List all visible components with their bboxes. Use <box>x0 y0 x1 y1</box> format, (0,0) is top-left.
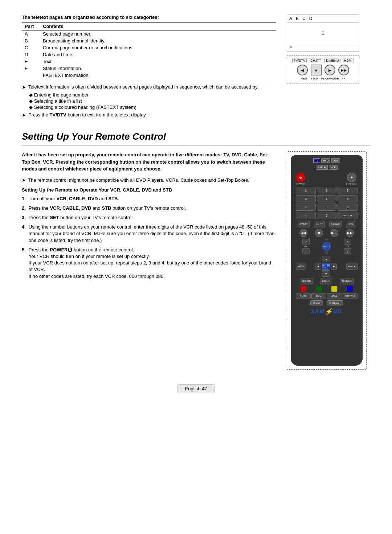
still-btn[interactable]: STILL <box>327 293 342 299</box>
num-prech[interactable]: PRE-CH <box>338 212 358 219</box>
play-pause-btn[interactable]: ▶⏸ <box>330 229 338 237</box>
mute-top-label: ∞∞ <box>325 239 328 241</box>
samsung-logo: SAM⚡NG <box>294 308 359 316</box>
teletext-diagram-top: A B C D <box>287 15 359 22</box>
page-footer: English 47 <box>22 384 370 393</box>
part-f: F <box>22 65 40 72</box>
setting-up-title: Setting Up Your Remote Control <box>22 131 370 145</box>
label-play: PLAY/PAUSE <box>321 77 339 80</box>
teletext-note-2: ➤ Press the TV/DTV button to exit from t… <box>22 112 276 118</box>
step-num-3: 3. <box>22 214 26 221</box>
vol-plus[interactable]: + <box>302 239 310 245</box>
page-number-box: English 47 <box>177 384 215 393</box>
teletext-note-1-text: Teletext information is often divided be… <box>28 84 259 90</box>
diagram-label-b: B <box>296 16 299 21</box>
step-num-1: 1. <box>22 196 26 202</box>
return-btn[interactable]: RETURN <box>300 278 313 284</box>
remote-body: TV DVD STB CABLE VCR ⏻ POWER <box>291 155 363 366</box>
num-2[interactable]: 2 <box>317 187 337 194</box>
remote-small-diagram: TV/DTV CH.ITT D.MENU HDMI ◀ ■ ▶ ▶▶ REW S… <box>287 56 359 83</box>
num-6[interactable]: 6 <box>338 195 358 202</box>
remote-chitt-btn: CH.ITT <box>309 58 322 63</box>
exit-btn[interactable]: EXIT ► <box>346 263 358 270</box>
nav-right-btn[interactable]: ► <box>331 263 337 270</box>
remote-square-btn: ■ <box>311 65 322 75</box>
vcr-mode-btn: VCR <box>329 165 338 170</box>
remote-compat-text: The remote control might not be compatib… <box>28 177 249 184</box>
remote-small-labels: REW STOP PLAY/PAUSE FF <box>289 77 357 80</box>
reset-btn[interactable]: ⊙ RESET <box>327 300 343 305</box>
color-red-btn[interactable] <box>301 286 306 292</box>
menu-btn[interactable]: MENU <box>296 263 306 270</box>
hdmi-btn[interactable]: HDMI <box>346 221 355 227</box>
ch-minus[interactable]: ∨ <box>344 248 351 254</box>
num-5[interactable]: 5 <box>317 195 337 202</box>
bottom-section: After it has been set up properly, your … <box>22 151 370 370</box>
part-e: E <box>22 58 40 65</box>
remote-tvdtv-btn: TV/DTV <box>292 58 307 63</box>
dvd-mode-btn: DVD <box>321 158 330 163</box>
table-row: FASTEXT information. <box>22 72 276 79</box>
subtitle-btn[interactable]: SUBTITLE <box>343 293 358 299</box>
content-e: Text. <box>40 58 276 65</box>
num-9[interactable]: 9 <box>338 204 358 211</box>
color-yellow-btn[interactable] <box>331 286 337 292</box>
stop-btn[interactable]: ■ <box>315 229 323 237</box>
power-source-row: ⏻ POWER ◉ SOURCE◄ <box>294 173 359 185</box>
stb-mode-btn: STB <box>331 158 340 163</box>
dual-btn[interactable]: DUAL <box>311 293 326 299</box>
ch-label: CH <box>346 245 349 247</box>
num-0[interactable]: 0 <box>317 212 337 219</box>
nav-up-btn[interactable]: ▲ <box>322 256 330 262</box>
content-c: Current page number or search indication… <box>40 44 276 51</box>
table-row: ASelected page number. <box>22 30 276 38</box>
setup-steps: 1. Turn off your VCR, CABLE, DVD and STB… <box>22 196 276 280</box>
source-button[interactable]: ◉ <box>347 173 356 182</box>
top-right-diagrams: A B C D E F TV/DTV CH.ITT D.MENU HDMI ◀ <box>287 15 370 120</box>
color-green-btn[interactable] <box>316 286 322 292</box>
step-5: 5. Press the POWER⏻ button on the remote… <box>22 247 276 280</box>
ch-plus[interactable]: ∧ <box>344 239 351 245</box>
label-ff: FF <box>342 77 346 80</box>
tvdtv-row: TV/DTV CH.ITT D.MENU HDMI <box>294 221 359 227</box>
text-mix-btn[interactable]: TEXT/MIX <box>340 278 354 284</box>
enter-btn[interactable]: ENTERIOK <box>322 263 330 270</box>
step-5-text: Press the POWER⏻ button on the remote co… <box>29 247 276 280</box>
step-num-4: 4. <box>22 224 26 244</box>
teletext-diagram-main: E <box>287 22 359 44</box>
color-blue-btn[interactable] <box>347 286 353 292</box>
transport-controls: ◀◀ ■ ▶⏸ ▶▶ <box>294 229 359 237</box>
arrow-icon-2: ➤ <box>22 112 26 118</box>
nav-down-btn[interactable]: ▼ <box>322 270 330 277</box>
page-number-label: English 47 <box>185 386 207 391</box>
rew-btn[interactable]: ◀◀ <box>299 229 307 237</box>
num-3[interactable]: 3 <box>338 187 358 194</box>
chitt-btn[interactable]: CH.ITT <box>314 221 324 227</box>
num-dash[interactable]: - <box>296 212 316 219</box>
setting-up-content: After it has been set up properly, your … <box>22 151 276 370</box>
table-row: DDate and time. <box>22 51 276 58</box>
source-group: ◉ SOURCE◄ <box>346 173 358 185</box>
set-btn[interactable]: ⊙ SET <box>310 300 323 305</box>
source-label: SOURCE◄ <box>346 183 358 185</box>
num-8[interactable]: 8 <box>317 204 337 211</box>
num-1[interactable]: 1 <box>296 187 316 194</box>
remote-circle-3: ▶▶ <box>338 65 349 75</box>
ff-btn[interactable]: ▶▶ <box>346 229 354 237</box>
diagram-label-e: E <box>322 31 324 36</box>
arrow-icon-3: ➤ <box>22 177 26 184</box>
nav-left-btn[interactable]: ◄ <box>315 263 321 270</box>
guide-btn[interactable]: GUIDE <box>296 293 311 299</box>
step-1-text: Turn off your VCR, CABLE, DVD and STB. <box>29 196 119 202</box>
power-button[interactable]: ⏻ <box>296 173 305 182</box>
vol-minus[interactable]: − <box>302 248 310 254</box>
nav-cluster: ▲ ◄ ENTERIOK ► ▼ <box>315 256 337 277</box>
num-4[interactable]: 4 <box>296 195 316 202</box>
mute-btn[interactable]: MUTE <box>322 242 331 251</box>
info-btn[interactable]: INFO ⓘ <box>320 278 332 284</box>
num-7[interactable]: 7 <box>296 204 316 211</box>
dmenu-btn[interactable]: D.MENU <box>329 221 342 227</box>
table-row: FStatus information. <box>22 65 276 72</box>
content-f: Status information. <box>40 65 276 72</box>
tvdtv-btn[interactable]: TV/DTV <box>298 221 309 227</box>
